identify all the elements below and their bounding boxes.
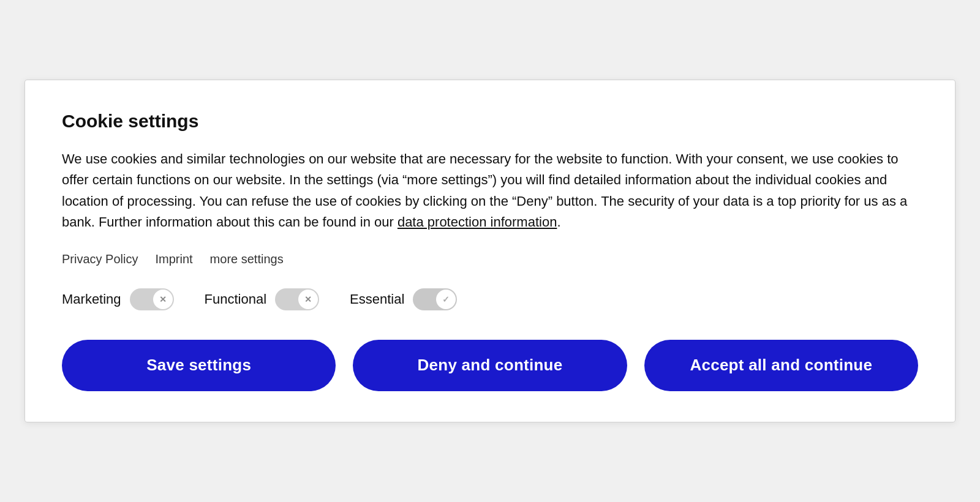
toggles-row: Marketing Functional Essential bbox=[62, 288, 918, 310]
dialog-title: Cookie settings bbox=[62, 111, 918, 132]
essential-label: Essential bbox=[350, 291, 404, 307]
cookie-settings-dialog: Cookie settings We use cookies and simil… bbox=[24, 80, 956, 422]
privacy-policy-link[interactable]: Privacy Policy bbox=[62, 252, 138, 266]
dialog-description: We use cookies and similar technologies … bbox=[62, 149, 918, 232]
more-settings-link[interactable]: more settings bbox=[210, 252, 284, 266]
buttons-row: Save settings Deny and continue Accept a… bbox=[62, 340, 918, 391]
essential-toggle-group: Essential bbox=[350, 288, 457, 310]
deny-continue-button[interactable]: Deny and continue bbox=[353, 340, 627, 391]
marketing-toggle-group: Marketing bbox=[62, 288, 174, 310]
marketing-toggle[interactable] bbox=[130, 288, 174, 310]
functional-toggle[interactable] bbox=[275, 288, 319, 310]
essential-toggle-thumb bbox=[436, 290, 456, 309]
functional-label: Functional bbox=[205, 291, 267, 307]
links-row: Privacy Policy Imprint more settings bbox=[62, 252, 918, 266]
save-settings-button[interactable]: Save settings bbox=[62, 340, 336, 391]
functional-toggle-group: Functional bbox=[205, 288, 320, 310]
accept-all-button[interactable]: Accept all and continue bbox=[644, 340, 918, 391]
marketing-toggle-thumb bbox=[153, 290, 173, 309]
data-protection-link[interactable]: data protection information bbox=[398, 214, 557, 230]
imprint-link[interactable]: Imprint bbox=[155, 252, 192, 266]
essential-toggle bbox=[413, 288, 457, 310]
functional-toggle-thumb bbox=[298, 290, 318, 309]
description-text-period: . bbox=[557, 214, 560, 230]
marketing-label: Marketing bbox=[62, 291, 121, 307]
